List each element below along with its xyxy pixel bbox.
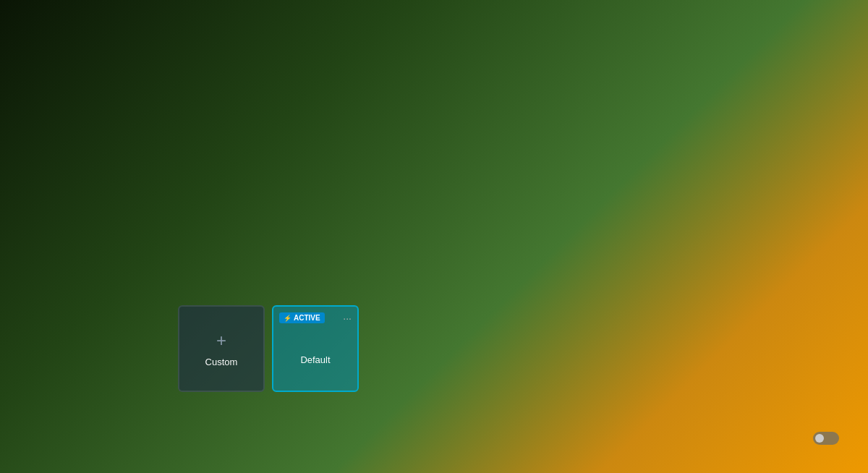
- mode-card-custom[interactable]: + Custom: [178, 305, 265, 392]
- content-area: GPU 47 °C 7 % 608 MHz MEM 405: [166, 29, 868, 473]
- thumbnail-panel: + Add Video: [581, 36, 678, 268]
- card-menu-icon[interactable]: ···: [343, 312, 352, 324]
- mode-card-default[interactable]: ⚡ ACTIVE ··· Default: [272, 305, 359, 392]
- video-section: GPU 47 °C 7 % 608 MHz MEM 405: [178, 36, 856, 268]
- active-badge: ⚡ ACTIVE: [279, 312, 325, 323]
- color-correction-toggle[interactable]: [813, 432, 839, 445]
- thumbnail-market[interactable]: [581, 205, 678, 256]
- main-layout: Home Display Video System Support Prefer…: [0, 29, 868, 473]
- app-window: intel Graphics Command Center — □ ✕ Home…: [0, 0, 868, 473]
- lightning-icon: ⚡: [284, 315, 292, 322]
- custom-plus-icon: +: [216, 331, 226, 351]
- custom-label: Custom: [205, 357, 238, 367]
- default-label: Default: [300, 354, 330, 365]
